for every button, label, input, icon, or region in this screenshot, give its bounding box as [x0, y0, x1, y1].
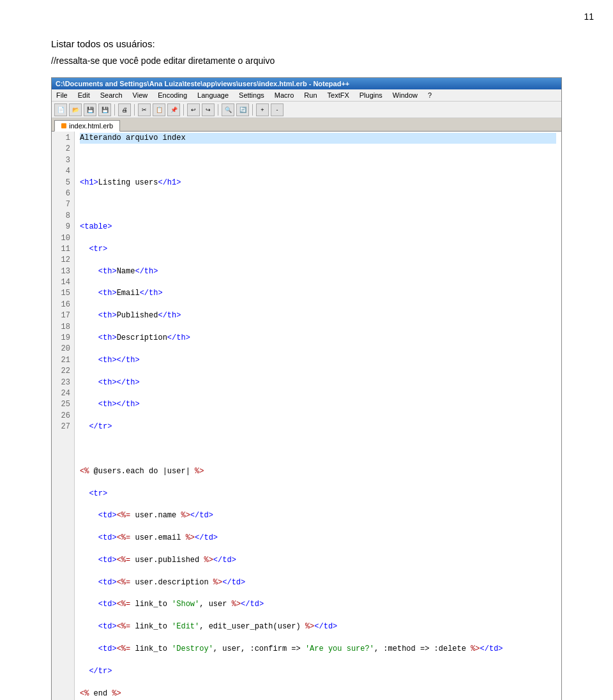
- toolbar-find-1[interactable]: 🔍: [222, 103, 234, 116]
- menu-settings-1[interactable]: Settings: [237, 91, 266, 100]
- menu-window-1[interactable]: Window: [391, 91, 420, 100]
- toolbar-zoom-out-1[interactable]: -: [271, 103, 284, 116]
- notepad-editor-1: 12345 678910 1112131415 1617181920 21222…: [52, 132, 561, 700]
- intro-line2: //ressalta-se que você pode editar diret…: [51, 56, 562, 66]
- notepad-titlebar-1: C:\Documents and Settings\Ana Luiza\test…: [52, 78, 561, 89]
- toolbar-replace-1[interactable]: 🔄: [236, 103, 249, 116]
- menu-view-1[interactable]: View: [131, 91, 150, 100]
- menu-help-1[interactable]: ?: [426, 91, 434, 100]
- toolbar-print-1[interactable]: 🖨: [118, 103, 131, 116]
- menu-encoding-1[interactable]: Encoding: [156, 91, 189, 100]
- toolbar-paste-1[interactable]: 📌: [167, 103, 180, 116]
- line-numbers-1: 12345 678910 1112131415 1617181920 21222…: [52, 132, 75, 700]
- menu-macro-1[interactable]: Macro: [273, 91, 296, 100]
- notepad-tabs-1: index.html.erb: [52, 118, 561, 132]
- notepad-menubar-1: File Edit Search View Encoding Language …: [52, 89, 561, 102]
- notepad-window-1: C:\Documents and Settings\Ana Luiza\test…: [51, 77, 562, 700]
- notepad-toolbar-1: 📄 📂 💾 💾 🖨 ✂ 📋 📌 ↩ ↪ 🔍 🔄 + -: [52, 102, 561, 118]
- toolbar-cut-1[interactable]: ✂: [138, 103, 151, 116]
- menu-language-1[interactable]: Language: [195, 91, 231, 100]
- toolbar-zoom-in-1[interactable]: +: [256, 103, 269, 116]
- menu-edit-1[interactable]: Edit: [76, 91, 92, 100]
- menu-search-1[interactable]: Search: [98, 91, 125, 100]
- toolbar-copy-1[interactable]: 📋: [153, 103, 165, 116]
- tab-index-html-erb[interactable]: index.html.erb: [54, 120, 120, 132]
- toolbar-redo-1[interactable]: ↪: [202, 103, 215, 116]
- code-content-1: Alterando arquivo index <h1>Listing user…: [75, 132, 561, 700]
- menu-plugins-1[interactable]: Plugins: [358, 91, 384, 100]
- toolbar-new-1[interactable]: 📄: [54, 103, 67, 116]
- toolbar-open-1[interactable]: 📂: [69, 103, 82, 116]
- tab-label-1: index.html.erb: [69, 122, 113, 130]
- tab-indicator-1: [61, 123, 66, 128]
- toolbar-save-1[interactable]: 💾: [84, 103, 96, 116]
- menu-file-1[interactable]: File: [54, 91, 70, 100]
- menu-textfx-1[interactable]: TextFX: [326, 91, 351, 100]
- notepad-title-1: C:\Documents and Settings\Ana Luiza\test…: [56, 80, 349, 88]
- page-number: 11: [584, 11, 594, 22]
- menu-run-1[interactable]: Run: [302, 91, 319, 100]
- toolbar-undo-1[interactable]: ↩: [187, 103, 200, 116]
- toolbar-saveall-1[interactable]: 💾: [98, 103, 111, 116]
- intro-line1: Listar todos os usuários:: [51, 38, 562, 49]
